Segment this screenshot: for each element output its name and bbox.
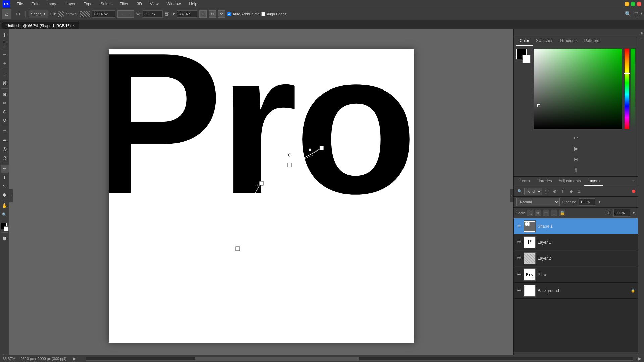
horizontal-scrollbar[interactable] bbox=[86, 357, 633, 361]
menu-edit[interactable]: Edit bbox=[30, 1, 40, 7]
quick-mask-icon[interactable]: ⬤ bbox=[1, 234, 9, 242]
panel-options-icon[interactable]: ⋮ bbox=[639, 38, 643, 41]
layer-visibility-layer2[interactable]: 👁 bbox=[516, 256, 522, 261]
actions-icon[interactable]: ▶ bbox=[571, 144, 581, 153]
path-select-tool[interactable]: ↖ bbox=[1, 182, 9, 190]
move-tool[interactable]: ✛ bbox=[1, 31, 9, 39]
canvas-area[interactable]: ‹ › Pro ↖ bbox=[9, 29, 513, 362]
right-panel-collapse[interactable]: › bbox=[510, 189, 513, 202]
lock-pixels-icon[interactable]: ⬚ bbox=[527, 210, 533, 216]
pen-tool[interactable]: ✒ bbox=[1, 165, 9, 173]
menu-file[interactable]: File bbox=[15, 1, 24, 7]
shape-type-dropdown[interactable]: Shape ▼ bbox=[29, 10, 48, 18]
foreground-color[interactable] bbox=[1, 223, 9, 231]
stroke-style-dropdown[interactable]: —— bbox=[117, 10, 134, 18]
layer-item-layer1[interactable]: 👁 P Layer 1 bbox=[514, 234, 638, 250]
menu-layer[interactable]: Layer bbox=[64, 1, 77, 7]
hand-tool[interactable]: ✋ bbox=[1, 202, 9, 210]
tab-libraries[interactable]: Libraries bbox=[533, 177, 555, 186]
menu-window[interactable]: Window bbox=[165, 1, 182, 7]
scroll-right-icon[interactable]: ▶ bbox=[638, 356, 641, 361]
close-button[interactable] bbox=[637, 2, 641, 6]
menu-type[interactable]: Type bbox=[82, 1, 94, 7]
lock-artboard-icon[interactable]: ⊡ bbox=[551, 210, 557, 216]
lock-image-icon[interactable]: ✏ bbox=[535, 210, 541, 216]
filter-pixel-icon[interactable]: ⬚ bbox=[543, 188, 550, 195]
slice-tool[interactable]: ⌘ bbox=[1, 79, 9, 87]
color-gradient-field[interactable] bbox=[534, 49, 622, 129]
auto-add-delete-check[interactable]: Auto Add/Delete bbox=[227, 12, 260, 16]
stroke-preview[interactable] bbox=[80, 11, 90, 17]
filter-shape-icon[interactable]: ◆ bbox=[568, 188, 574, 195]
background-swatch[interactable] bbox=[522, 55, 531, 63]
path-alignment-icon[interactable]: ⊡ bbox=[209, 10, 216, 18]
filter-type-icon[interactable]: T bbox=[559, 188, 566, 195]
history-brush-tool[interactable]: ↺ bbox=[1, 116, 9, 124]
stamp-tool[interactable]: ⊙ bbox=[1, 108, 9, 116]
layer-visibility-pro[interactable]: 👁 bbox=[516, 272, 522, 277]
eraser-tool[interactable]: ◻ bbox=[1, 127, 9, 135]
layer-visibility-background[interactable]: 👁 bbox=[516, 288, 522, 293]
home-icon[interactable]: ⌂ bbox=[2, 9, 11, 19]
search-icon[interactable]: 🔍 bbox=[625, 11, 631, 17]
layer-item-background[interactable]: 👁 Background 🔒 bbox=[514, 283, 638, 299]
crop-tool[interactable]: ⌗ bbox=[1, 70, 9, 78]
close-tab-icon[interactable]: × bbox=[73, 24, 75, 28]
fill-value[interactable]: 100% bbox=[613, 209, 630, 217]
shape-tool[interactable]: ◆ bbox=[1, 191, 9, 199]
gradient-tool[interactable]: ▰ bbox=[1, 136, 9, 144]
history-icon[interactable]: ↩ bbox=[571, 133, 581, 142]
tab-adjustments[interactable]: Adjustments bbox=[555, 177, 584, 186]
align-edges-checkbox[interactable] bbox=[261, 12, 265, 16]
lasso-tool[interactable]: ⌖ bbox=[1, 59, 9, 67]
info-icon[interactable]: ℹ bbox=[571, 165, 581, 175]
menu-3d[interactable]: 3D bbox=[135, 1, 143, 7]
lock-position-icon[interactable]: ✛ bbox=[543, 210, 549, 216]
menu-view[interactable]: View bbox=[149, 1, 160, 7]
brush-tool[interactable]: ✏ bbox=[1, 99, 9, 107]
menu-select[interactable]: Select bbox=[99, 1, 113, 7]
tab-color[interactable]: Color bbox=[516, 36, 533, 46]
alpha-slider[interactable] bbox=[631, 49, 635, 129]
opacity-dropdown-icon[interactable]: ▼ bbox=[598, 200, 601, 204]
path-arrangement-icon[interactable]: ⚙ bbox=[218, 10, 225, 18]
height-value[interactable]: 387.47 bbox=[177, 10, 197, 18]
maximize-button[interactable] bbox=[631, 2, 635, 6]
blur-tool[interactable]: ◎ bbox=[1, 145, 9, 153]
zoom-tool[interactable]: 🔍 bbox=[1, 210, 9, 219]
expand-icon[interactable]: ⟩ bbox=[640, 11, 642, 17]
left-panel-collapse[interactable]: ‹ bbox=[9, 189, 13, 202]
layer-visibility-shape1[interactable]: 👁 bbox=[516, 224, 522, 229]
blend-mode-dropdown[interactable]: Normal bbox=[516, 198, 560, 206]
layer-item-layer2[interactable]: 👁 Layer 2 bbox=[514, 250, 638, 266]
filter-type-dropdown[interactable]: Kind bbox=[524, 188, 542, 195]
frame-icon[interactable]: ⬚ bbox=[633, 11, 638, 17]
tab-gradients[interactable]: Gradients bbox=[557, 36, 581, 46]
document-tab[interactable]: Untitled-1 @ 66.7% (Shape 1, RGB/16) × bbox=[2, 22, 79, 29]
filter-smart-icon[interactable]: ⊡ bbox=[576, 188, 582, 195]
menu-image[interactable]: Image bbox=[45, 1, 59, 7]
tab-patterns[interactable]: Patterns bbox=[581, 36, 603, 46]
collapse-panel-icon[interactable]: « bbox=[641, 31, 643, 35]
filter-search-icon[interactable]: 🔍 bbox=[516, 188, 523, 195]
stroke-width-value[interactable]: 10.14 px bbox=[92, 10, 115, 18]
tab-layers[interactable]: Layers bbox=[584, 177, 603, 186]
fill-preview[interactable] bbox=[58, 11, 64, 17]
layer-item-pro[interactable]: 👁 P r o ⊡ P r o bbox=[514, 266, 638, 283]
hue-spectrum-slider[interactable] bbox=[625, 49, 629, 129]
artboard-tool[interactable]: ⬚ bbox=[1, 40, 9, 48]
filter-adjustment-icon[interactable]: ⊕ bbox=[551, 188, 558, 195]
menu-filter[interactable]: Filter bbox=[118, 1, 130, 7]
dodge-tool[interactable]: ◔ bbox=[1, 154, 9, 162]
link-dimensions-icon[interactable]: ⛓ bbox=[165, 11, 169, 17]
width-value[interactable]: 356 px bbox=[143, 10, 163, 18]
libraries-panel-icon[interactable]: ⊟ bbox=[571, 155, 581, 164]
lock-all-icon[interactable]: 🔒 bbox=[559, 210, 565, 216]
path-operations-icon[interactable]: ⊕ bbox=[199, 10, 207, 18]
minimize-button[interactable] bbox=[625, 2, 629, 6]
heal-tool[interactable]: ⊕ bbox=[1, 90, 9, 98]
layer-item-shape1[interactable]: 👁 Shape 1 bbox=[514, 218, 638, 234]
marquee-tool[interactable]: ▭ bbox=[1, 51, 9, 59]
tab-swatches[interactable]: Swatches bbox=[533, 36, 557, 46]
document-canvas[interactable]: Pro ↖ bbox=[109, 49, 414, 343]
